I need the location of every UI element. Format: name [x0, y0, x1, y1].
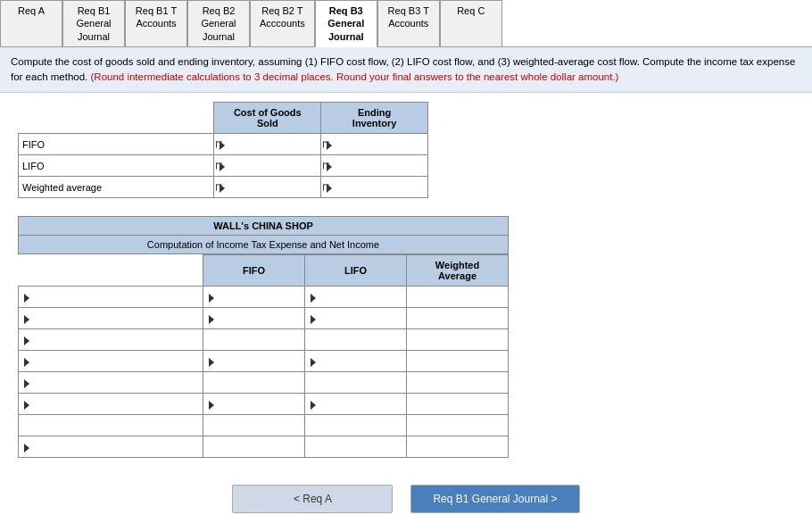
main-content: Cost of GoodsSold EndingInventory FIFO L…: [0, 93, 812, 467]
fifo-ending-inv-input[interactable]: [321, 134, 428, 155]
fifo-cogs-input[interactable]: [214, 134, 321, 155]
table-row: [19, 351, 509, 372]
col-cost-of-goods: Cost of GoodsSold: [214, 103, 321, 134]
table-row: [19, 308, 509, 329]
next-button[interactable]: Req B1 General Journal >: [410, 485, 579, 513]
lower-wa-7[interactable]: [407, 415, 509, 436]
lower-row-label-4[interactable]: [19, 351, 203, 372]
upper-table: Cost of GoodsSold EndingInventory FIFO L…: [18, 102, 428, 198]
lower-wa-6[interactable]: [407, 394, 509, 415]
lower-wa-5[interactable]: [407, 372, 509, 394]
lifo-ending-inv-input[interactable]: [321, 155, 428, 177]
table-row: [19, 394, 509, 415]
lower-fifo-8[interactable]: [203, 436, 305, 458]
tab-req-b1-t[interactable]: Req B1 TAccounts: [125, 0, 187, 46]
lower-table: FIFO LIFO WeightedAverage: [18, 254, 509, 458]
wa-ending-inv-input[interactable]: [321, 177, 428, 198]
tab-req-b3-gj[interactable]: Req B3GeneralJournal: [315, 0, 377, 47]
fifo-label: FIFO: [19, 134, 214, 155]
lower-wa-3[interactable]: [407, 329, 509, 351]
tab-req-c[interactable]: Req C: [440, 0, 502, 46]
lower-row-label-8[interactable]: [19, 436, 203, 458]
tab-bar: Req A Req B1GeneralJournal Req B1 TAccou…: [0, 0, 812, 47]
lower-row-label-6[interactable]: [19, 394, 203, 415]
table-row: LIFO: [19, 155, 428, 177]
lower-lifo-1[interactable]: [305, 287, 407, 308]
lower-lifo-2[interactable]: [305, 308, 407, 329]
col-wa-header: WeightedAverage: [407, 255, 509, 287]
prev-button[interactable]: < Req A: [232, 485, 393, 513]
col-lifo-header: LIFO: [305, 255, 407, 287]
table-row: [19, 415, 509, 436]
lower-lifo-6[interactable]: [305, 394, 407, 415]
instructions-red: (Round intermediate calculations to 3 de…: [91, 71, 619, 82]
tab-req-b2-t[interactable]: Req B2 TAcccounts: [250, 0, 315, 46]
lower-lifo-7[interactable]: [305, 415, 407, 436]
company-name-header: WALL's CHINA SHOP: [18, 216, 509, 236]
lower-lifo-5[interactable]: [305, 372, 407, 394]
lower-lifo-4[interactable]: [305, 351, 407, 372]
lower-row-label-5[interactable]: [19, 372, 203, 394]
lower-row-label-3[interactable]: [19, 329, 203, 351]
lower-fifo-6[interactable]: [203, 394, 305, 415]
lifo-cogs-input[interactable]: [214, 155, 321, 177]
lower-wa-1[interactable]: [407, 287, 509, 308]
tab-req-b1-gj[interactable]: Req B1GeneralJournal: [62, 0, 125, 46]
table-row: FIFO: [19, 134, 428, 155]
table-row: [19, 436, 509, 458]
tab-req-b3-t[interactable]: Req B3 TAccounts: [377, 0, 440, 46]
lower-lifo-3[interactable]: [305, 329, 407, 351]
lower-fifo-1[interactable]: [203, 287, 305, 308]
table-row: Weighted average: [19, 177, 428, 198]
table-row: [19, 372, 509, 394]
lower-lifo-8[interactable]: [305, 436, 407, 458]
lower-wa-2[interactable]: [407, 308, 509, 329]
table-row: [19, 287, 509, 308]
lower-section: WALL's CHINA SHOP Computation of Income …: [18, 216, 509, 458]
table-row: [19, 329, 509, 351]
instructions-box: Compute the cost of goods sold and endin…: [0, 47, 812, 94]
wa-label: Weighted average: [19, 177, 214, 198]
lower-row-label-2[interactable]: [19, 308, 203, 329]
col-ending-inventory: EndingInventory: [321, 103, 428, 134]
computation-header: Computation of Income Tax Expense and Ne…: [18, 236, 509, 254]
lower-fifo-7[interactable]: [203, 415, 305, 436]
lower-row-label-7[interactable]: [19, 415, 203, 436]
tab-req-b2-gj[interactable]: Req B2GeneralJournal: [187, 0, 250, 46]
wa-cogs-input[interactable]: [214, 177, 321, 198]
lower-fifo-3[interactable]: [203, 329, 305, 351]
lower-fifo-4[interactable]: [203, 351, 305, 372]
lower-fifo-2[interactable]: [203, 308, 305, 329]
lower-row-label-1[interactable]: [19, 287, 203, 308]
lower-fifo-5[interactable]: [203, 372, 305, 394]
tab-req-a[interactable]: Req A: [0, 0, 62, 46]
lower-wa-8[interactable]: [407, 436, 509, 458]
lower-wa-4[interactable]: [407, 351, 509, 372]
lifo-label: LIFO: [19, 155, 214, 177]
col-fifo-header: FIFO: [203, 255, 305, 287]
navigation-buttons: < Req A Req B1 General Journal >: [0, 467, 812, 515]
